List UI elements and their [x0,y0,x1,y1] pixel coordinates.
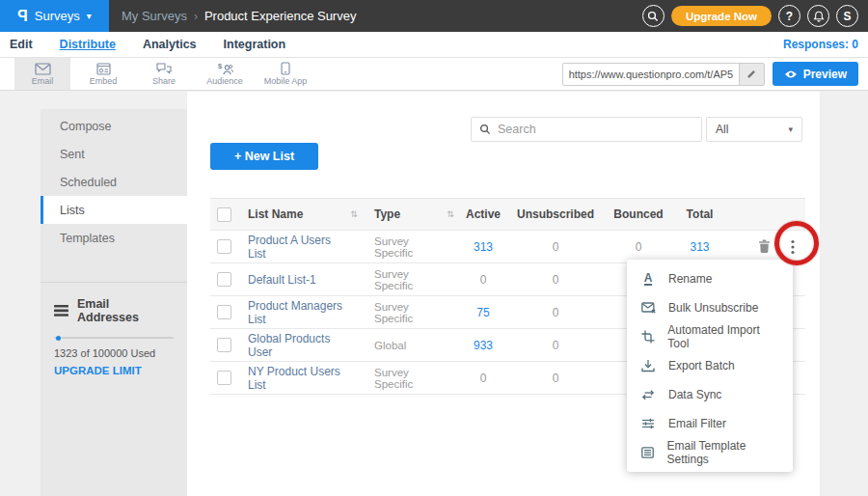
email-addresses-title: Email Addresses [77,297,174,324]
eye-icon [784,69,798,79]
channel-tab-email[interactable]: Email [14,58,70,90]
user-avatar[interactable]: S [836,5,858,27]
menu-item-email-template-settings[interactable]: Email Template Settings [627,438,793,467]
active-count[interactable]: 75 [459,306,507,319]
row-checkbox[interactable] [217,338,231,352]
tab-analytics[interactable]: Analytics [143,38,197,51]
search-icon [647,11,659,22]
rename-icon: A [640,272,656,286]
data-sync-icon [641,389,655,400]
help-button[interactable]: ? [778,5,800,27]
menu-item-export-batch[interactable]: Export Batch [627,351,793,380]
lists-main-panel: All ▾ + New List List Name ⇅ Type ⇅ Acti… [187,92,820,496]
edit-url-button[interactable] [739,64,764,85]
email-sidebar: Compose Sent Scheduled Lists Templates E… [41,109,187,496]
search-icon [479,124,491,135]
list-name-link[interactable]: NY Product Users List [241,365,345,392]
unsubscribed-count: 0 [507,306,604,319]
filter-selected-value: All [716,123,728,136]
column-header-list-name[interactable]: List Name [241,207,345,221]
chevron-down-icon: ▾ [87,11,92,21]
svg-text:$: $ [218,62,223,70]
channel-tab-audience[interactable]: $ Audience [197,58,253,90]
row-actions [726,237,805,257]
survey-nav: Edit Distribute Analytics Integration Re… [0,32,868,58]
channel-tab-share[interactable]: Share [136,58,192,90]
tab-edit[interactable]: Edit [10,38,33,51]
bulk-unsubscribe-icon [641,302,656,314]
bounced-count: 0 [604,240,673,254]
active-count[interactable]: 933 [459,339,507,352]
table-row-product-a-users-list: Product A Users List Survey Specific 313… [210,231,805,263]
envelope-icon [35,63,51,75]
row-checkbox[interactable] [217,371,231,385]
menu-item-data-sync[interactable]: Data Sync [627,380,793,409]
sidebar-menu: Compose Sent Scheduled Lists Templates [41,109,187,252]
responses-count: Responses: 0 [783,38,858,51]
sidebar-item-lists[interactable]: Lists [41,196,187,224]
list-name-link[interactable]: Product Managers List [241,299,345,326]
total-count[interactable]: 313 [673,240,726,254]
surveys-menu[interactable]: P Surveys ▾ [0,0,109,32]
row-checkbox[interactable] [217,272,231,287]
pencil-icon [746,69,757,79]
sidebar-item-sent[interactable]: Sent [41,140,187,168]
toolbar-right: Preview [562,62,868,86]
active-count[interactable]: 313 [459,240,507,254]
search-input[interactable] [498,123,693,136]
global-search-button[interactable] [642,5,665,27]
tab-integration[interactable]: Integration [224,38,286,51]
list-filter-dropdown[interactable]: All ▾ [706,117,802,142]
surveys-menu-label: Surveys [35,9,80,23]
menu-item-label: Rename [668,272,712,286]
channel-tab-mobile-app[interactable]: Mobile App [258,58,313,90]
sidebar-item-templates[interactable]: Templates [41,224,187,252]
column-header-type[interactable]: Type [363,207,442,221]
embed-icon [96,63,111,75]
unsubscribed-count: 0 [507,372,604,385]
email-filter-icon [641,418,655,429]
menu-item-bulk-unsubscribe[interactable]: Bulk Unsubscribe [627,293,793,322]
upgrade-now-button[interactable]: Upgrade Now [671,6,772,26]
sort-icon[interactable]: ⇅ [442,209,459,219]
list-name-link[interactable]: Default List-1 [241,273,345,287]
menu-item-label: Export Batch [668,359,735,372]
channel-tab-label: Mobile App [264,76,308,86]
unsubscribed-count: 0 [507,240,604,254]
column-header-bounced: Bounced [604,207,673,221]
survey-url-input[interactable] [563,64,739,85]
mobile-icon [281,62,290,75]
list-type: Survey Specific [363,268,442,291]
table-header-row: List Name ⇅ Type ⇅ Active Unsubscribed B… [210,198,805,231]
column-header-total: Total [673,207,726,221]
row-menu-button[interactable] [789,237,797,257]
preview-button[interactable]: Preview [773,62,858,86]
email-usage-text: 1323 of 100000 Used [54,347,174,359]
menu-item-email-filter[interactable]: Email Filter [627,409,793,438]
topbar-actions: Upgrade Now ? S [642,5,868,27]
channel-tab-embed[interactable]: Embed [75,58,131,90]
menu-item-rename[interactable]: A Rename [627,264,793,293]
sort-icon[interactable]: ⇅ [345,209,363,219]
tab-distribute[interactable]: Distribute [60,38,116,51]
breadcrumb-my-surveys[interactable]: My Surveys [122,9,187,23]
menu-item-label: Email Template Settings [667,439,780,466]
menu-item-automated-import-tool[interactable]: Automated Import Tool [627,322,793,351]
sidebar-item-scheduled[interactable]: Scheduled [41,168,187,196]
audience-icon: $ [217,62,233,75]
notifications-button[interactable] [807,5,829,27]
list-name-link[interactable]: Global Products User [241,332,345,359]
list-name-link[interactable]: Product A Users List [241,234,345,261]
delete-list-button[interactable] [756,237,773,256]
row-checkbox[interactable] [217,239,231,254]
sidebar-item-compose[interactable]: Compose [41,112,187,140]
select-all-checkbox[interactable] [217,207,231,222]
list-type: Survey Specific [363,235,442,259]
upgrade-limit-link[interactable]: UPGRADE LIMIT [54,365,142,376]
new-list-button[interactable]: + New List [210,143,318,170]
email-usage-progress-dot [56,336,61,341]
row-context-menu: A Rename Bulk Unsubscribe Automated Impo… [627,260,793,472]
unsubscribed-count: 0 [507,273,604,287]
share-icon [156,63,172,75]
row-checkbox[interactable] [217,305,231,319]
